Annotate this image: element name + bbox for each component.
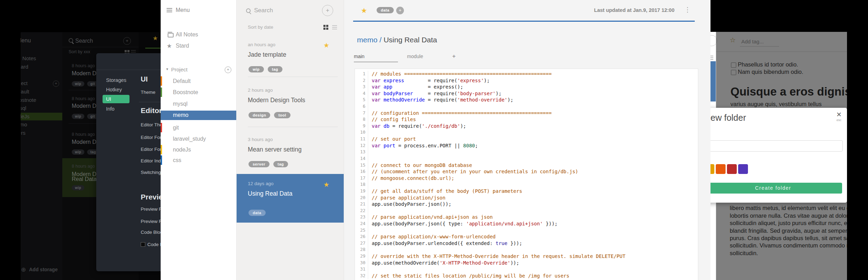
tag-pill: tag <box>273 161 288 167</box>
list-view-icon[interactable] <box>332 25 337 30</box>
code-text <box>368 227 372 234</box>
code-line: 23// parse application/vnd.api+json as j… <box>355 214 698 220</box>
tag-pill: tool <box>274 112 290 118</box>
code-text: app.use(bodyParser.json()); <box>368 201 451 208</box>
tab-module[interactable]: module <box>407 54 423 59</box>
chevron-down-icon[interactable]: ▾ <box>166 67 168 71</box>
code-line: 22 <box>355 208 698 214</box>
settings-nav-item[interactable]: Hotkey <box>106 87 122 92</box>
code-line: 25 <box>355 227 698 234</box>
code-line: 12var port = process.env.PORT || 8080; <box>355 142 698 149</box>
line-number: 6 <box>355 103 368 110</box>
sidebar-item-folder[interactable]: Default <box>173 78 191 84</box>
code-text <box>368 181 372 188</box>
breadcrumb-folder[interactable]: memo <box>357 36 377 44</box>
code-line: 21app.use(bodyParser.json()); <box>355 201 698 208</box>
line-number: 22 <box>355 208 368 214</box>
color-swatch[interactable] <box>727 164 737 174</box>
note-tags: servertag <box>248 161 292 167</box>
dialog-title: New folder <box>710 113 746 123</box>
close-icon[interactable]: × <box>834 111 844 118</box>
code-text: app.use(bodyParser.json({ type: 'applica… <box>368 220 558 227</box>
code-text <box>368 155 372 162</box>
line-number: 20 <box>355 195 368 201</box>
settings-row[interactable]: Theme <box>141 90 155 95</box>
search-input[interactable]: Search <box>254 7 273 14</box>
selected-note-sliver[interactable] <box>710 61 716 102</box>
color-swatch[interactable] <box>738 164 748 174</box>
note-title[interactable]: Mean server setting <box>248 146 302 153</box>
line-number: 7 <box>355 110 368 117</box>
color-swatch[interactable] <box>710 164 714 174</box>
sidebar-item-all-notes[interactable]: All Notes <box>176 31 198 38</box>
create-folder-button[interactable]: Create folder <box>710 183 842 194</box>
sidebar-item-folder[interactable]: css <box>173 157 181 163</box>
code-text <box>368 149 372 155</box>
sidebar-item-folder[interactable]: git <box>173 125 179 131</box>
last-updated-label: Last updated at Jan.9, 2017 12:00 <box>594 7 674 13</box>
active-tab-underline <box>354 62 398 62</box>
settings-nav-item[interactable]: UI <box>106 96 111 102</box>
note-title[interactable]: Modern Design Tools <box>248 97 305 104</box>
line-number: 18 <box>355 181 368 188</box>
selected-folder-highlight[interactable] <box>161 111 236 120</box>
note-time: 3 hours ago <box>248 137 273 142</box>
sidebar-item-starred[interactable]: Stard <box>176 43 189 49</box>
code-line: 1// modules ============================… <box>355 71 698 77</box>
code-text: var port = process.env.PORT || 8080; <box>368 142 478 149</box>
code-text: // configuration =======================… <box>368 110 552 117</box>
folder-name-input[interactable] <box>710 140 843 152</box>
line-number: 29 <box>355 253 368 260</box>
color-swatch[interactable] <box>716 164 726 174</box>
code-line: 13 <box>355 149 698 155</box>
line-number: 5 <box>355 97 368 103</box>
folder-color-bar <box>161 123 162 132</box>
line-number: 9 <box>355 123 368 130</box>
code-text: var express = require('express'); <box>368 77 490 84</box>
note-tag-pill[interactable]: data <box>377 7 394 13</box>
add-folder-icon[interactable]: + <box>225 66 231 73</box>
new-note-button[interactable]: + <box>322 5 333 16</box>
line-number: 12 <box>355 142 368 149</box>
sidebar-item-folder[interactable]: memo <box>173 112 188 118</box>
tab-main[interactable]: main <box>354 54 364 59</box>
settings-nav-item[interactable]: Storages <box>106 77 126 83</box>
code-line: 2var express = require('express'); <box>355 77 698 84</box>
tag-pill: server <box>248 161 270 167</box>
code-text: // modules =============================… <box>368 71 552 77</box>
code-line: 15// connect to our mongoDB database <box>355 162 698 169</box>
grid-view-icon[interactable] <box>323 25 328 30</box>
checkbox-icon[interactable] <box>141 242 145 247</box>
line-number: 11 <box>355 136 368 142</box>
code-text: // connect to our mongoDB database <box>368 162 472 169</box>
kebab-menu-icon[interactable]: ⋮ <box>684 6 691 14</box>
note-time: an hours ago <box>248 42 275 47</box>
note-title[interactable]: Jade template <box>248 51 286 58</box>
list-view-icon[interactable] <box>710 56 713 61</box>
note-title[interactable]: Using Real Data <box>248 190 292 197</box>
sidebar-item-folder[interactable]: nodeJs <box>173 147 191 153</box>
divider <box>248 77 338 77</box>
note-star-icon[interactable]: ★ <box>323 181 329 189</box>
add-tab-icon[interactable]: + <box>452 53 456 60</box>
sidebar-item-folder[interactable]: Boostnote <box>173 89 198 96</box>
code-editor[interactable]: 1// modules ============================… <box>355 69 698 280</box>
note-star-icon[interactable]: ★ <box>323 41 329 49</box>
project-section-label[interactable]: Project <box>171 66 188 72</box>
code-line: 9var db = require('./config/db'); <box>355 123 698 130</box>
settings-section-title: UI <box>141 75 148 83</box>
code-line: 4var bodyParser = require('body-parser')… <box>355 90 698 97</box>
breadcrumb-separator: / <box>379 36 382 44</box>
sort-selector[interactable]: Sort by date <box>248 24 273 30</box>
sidebar-item-folder[interactable]: mysql <box>173 101 188 107</box>
dialog-close[interactable]: × esc <box>834 111 844 122</box>
note-time: 12 days ago <box>248 181 274 186</box>
sidebar-item-folder[interactable]: laravel_study <box>173 136 206 142</box>
code-text: // parse application/vnd.api+json as jso… <box>368 214 493 220</box>
code-text: // get all data/stuff of the body (POST)… <box>368 188 522 195</box>
add-tag-icon[interactable]: + <box>396 7 404 14</box>
hamburger-icon[interactable] <box>167 8 172 13</box>
menu-label[interactable]: Menu <box>176 7 190 13</box>
note-star-icon[interactable]: ★ <box>361 6 367 15</box>
settings-nav-item[interactable]: Info <box>106 106 114 112</box>
